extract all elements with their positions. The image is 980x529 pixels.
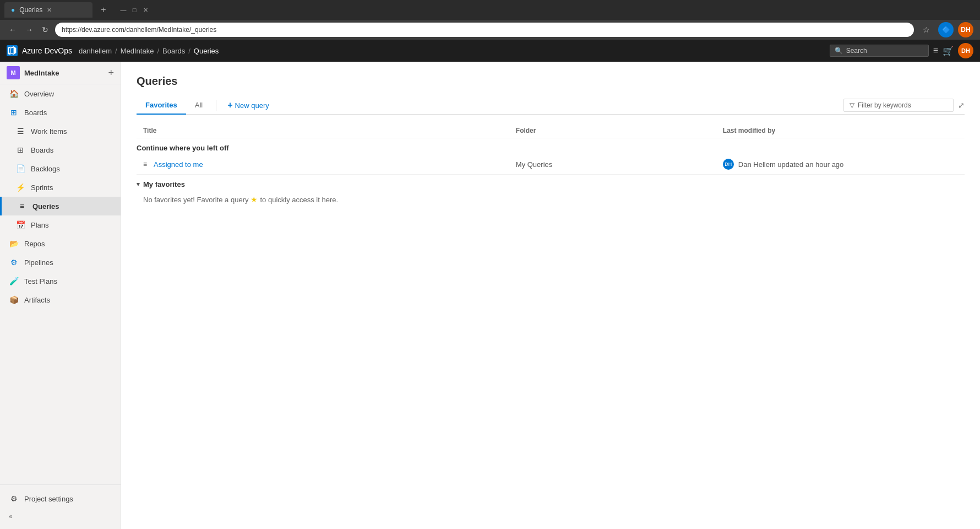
section-my-favorites: ▾ My favorites [137, 175, 965, 191]
back-button[interactable]: ← [7, 23, 19, 36]
extension-icon[interactable]: 🔷 [938, 22, 954, 37]
tab-favicon: ● [11, 6, 15, 14]
sidebar-label-queries: Queries [32, 202, 112, 210]
sidebar-item-test-plans[interactable]: 🧪 Test Plans [0, 272, 121, 290]
sidebar-label-backlogs: Backlogs [31, 165, 112, 173]
sidebar-item-queries[interactable]: ≡ Queries [0, 197, 121, 215]
query-last-modified-assigned: DH Dan Hellem updated an hour ago [723, 159, 958, 170]
pipelines-icon: ⚙ [9, 257, 19, 267]
sidebar-item-overview[interactable]: 🏠 Overview [0, 84, 121, 103]
sidebar-item-boards[interactable]: ⊞ Boards [0, 141, 121, 159]
sidebar-item-project-settings[interactable]: ⚙ Project settings [0, 489, 121, 508]
backlogs-icon: 📄 [15, 164, 25, 174]
section-collapse-favorites[interactable]: ▾ [137, 181, 140, 188]
query-title-assigned[interactable]: ≡ Assigned to me [143, 160, 503, 169]
window-maximize-button[interactable]: □ [130, 6, 139, 14]
new-query-button[interactable]: + New query [221, 97, 275, 114]
sidebar-item-repos[interactable]: 📂 Repos [0, 234, 121, 253]
plans-icon: 📅 [15, 220, 25, 230]
query-name-assigned: Assigned to me [154, 160, 203, 169]
search-icon: 🔍 [835, 47, 843, 55]
sidebar-item-artifacts[interactable]: 📦 Artifacts [0, 290, 121, 309]
no-favorites-row: No favorites yet! Favorite a query ★ to … [137, 191, 965, 208]
sidebar-item-boards-group[interactable]: ⊞ Boards [0, 103, 121, 122]
basket-icon[interactable]: 🛒 [943, 46, 954, 56]
sidebar: M MedIntake + 🏠 Overview ⊞ Boards ☰ Work… [0, 62, 121, 529]
forward-button[interactable]: → [23, 23, 35, 36]
section-title-favorites: My favorites [143, 180, 185, 188]
refresh-button[interactable]: ↻ [40, 23, 51, 36]
sidebar-label-boards-group: Boards [24, 109, 112, 117]
plus-icon: + [227, 100, 232, 110]
sidebar-bottom: ⚙ Project settings « [0, 484, 121, 529]
sidebar-nav: 🏠 Overview ⊞ Boards ☰ Work Items ⊞ Board… [0, 84, 121, 309]
tab-all[interactable]: All [186, 96, 211, 115]
user-avatar[interactable]: DH [958, 43, 973, 58]
sidebar-label-boards: Boards [31, 146, 112, 154]
sidebar-label-work-items: Work Items [31, 127, 112, 136]
sidebar-label-repos: Repos [24, 240, 112, 248]
settings-icon: ⚙ [9, 494, 19, 504]
section-title-continue: Continue where you left off [137, 144, 229, 152]
sidebar-item-pipelines[interactable]: ⚙ Pipelines [0, 253, 121, 272]
col-last-modified: Last modified by [716, 123, 965, 138]
collapse-icon: « [9, 512, 13, 520]
expand-icon[interactable]: ⤢ [958, 101, 965, 110]
browser-action-icons: ☆ 🔷 DH [918, 22, 973, 37]
window-controls: — □ ✕ [119, 6, 150, 14]
project-avatar: M [7, 66, 20, 79]
no-favorites-text: No favorites yet! Favorite a query [143, 196, 248, 204]
filter-area: ▽ Filter by keywords [843, 99, 954, 112]
sidebar-label-sprints: Sprints [31, 183, 112, 192]
sidebar-label-artifacts: Artifacts [24, 296, 112, 304]
sidebar-item-sprints[interactable]: ⚡ Sprints [0, 178, 121, 197]
user-profile-icon[interactable]: DH [958, 22, 973, 37]
tab-close-button[interactable]: ✕ [47, 7, 52, 14]
project-name: MedIntake [24, 69, 59, 77]
boards-group-icon: ⊞ [9, 107, 19, 117]
page-title: Queries [137, 75, 965, 88]
tab-title: Queries [19, 6, 42, 14]
tab-favorites[interactable]: Favorites [137, 96, 186, 115]
no-favorites-message: No favorites yet! Favorite a query ★ to … [137, 191, 965, 208]
app-logo[interactable]: Azure DevOps [7, 45, 72, 56]
sidebar-label-overview: Overview [24, 90, 112, 98]
new-tab-button[interactable]: + [97, 3, 110, 17]
filter-keywords-input[interactable]: ▽ Filter by keywords [843, 99, 954, 112]
add-project-button[interactable]: + [108, 67, 114, 79]
query-list-icon: ≡ [143, 160, 147, 168]
sidebar-label-pipelines: Pipelines [24, 258, 112, 267]
window-close-button[interactable]: ✕ [141, 6, 150, 14]
star-icon: ★ [251, 195, 258, 204]
table-row[interactable]: ≡ Assigned to me My Queries DH Dan Helle… [137, 154, 965, 175]
col-title: Title [137, 123, 509, 138]
breadcrumb-org[interactable]: danhellem [79, 47, 112, 55]
breadcrumb-boards[interactable]: Boards [162, 47, 185, 55]
bookmark-icon[interactable]: ☆ [918, 22, 934, 37]
azure-devops-logo [7, 45, 18, 56]
window-minimize-button[interactable]: — [119, 6, 128, 14]
content-area: Queries Favorites All + New query ▽ Filt… [121, 62, 980, 529]
global-search[interactable]: 🔍 Search [830, 45, 929, 57]
collections-icon[interactable]: ≡ [933, 46, 938, 56]
app: Azure DevOps danhellem / MedIntake / Boa… [0, 40, 980, 529]
tab-divider [216, 100, 216, 111]
sprints-icon: ⚡ [15, 182, 25, 192]
breadcrumb-current: Queries [194, 47, 219, 55]
app-title: Azure DevOps [22, 46, 72, 55]
filter-icon: ▽ [850, 101, 854, 109]
browser-tab[interactable]: ● Queries ✕ [4, 2, 92, 18]
sidebar-collapse-button[interactable]: « [0, 508, 121, 525]
sidebar-item-plans[interactable]: 📅 Plans [0, 215, 121, 234]
query-folder-assigned: My Queries [516, 160, 552, 169]
top-bar-right: 🔍 Search ≡ 🛒 DH [830, 43, 973, 58]
project-info: M MedIntake [7, 66, 59, 79]
section-header-continue: Continue where you left off [137, 138, 965, 154]
main-layout: M MedIntake + 🏠 Overview ⊞ Boards ☰ Work… [0, 62, 980, 529]
artifacts-icon: 📦 [9, 295, 19, 305]
col-folder: Folder [509, 123, 716, 138]
breadcrumb-project[interactable]: MedIntake [121, 47, 154, 55]
sidebar-item-work-items[interactable]: ☰ Work Items [0, 122, 121, 141]
sidebar-item-backlogs[interactable]: 📄 Backlogs [0, 159, 121, 178]
url-bar[interactable] [55, 23, 914, 37]
